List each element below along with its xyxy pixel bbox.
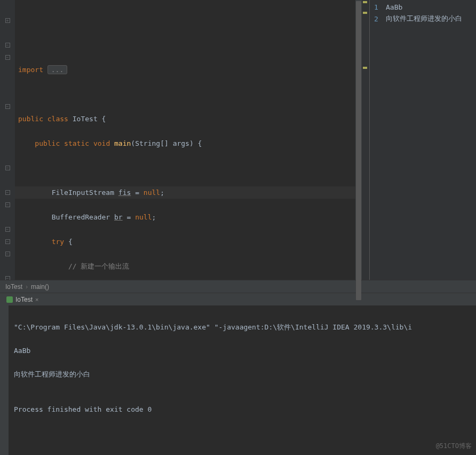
warning-marker[interactable] [363,1,367,3]
console-line: "C:\Program Files\Java\jdk-13.0.1\bin\ja… [14,321,471,333]
fold-minus-icon[interactable]: − [5,239,10,244]
breadcrumb: IoTest › main() [0,280,476,293]
fold-minus-icon[interactable]: − [5,104,10,109]
console-gutter [0,305,9,455]
breadcrumb-method[interactable]: main() [31,283,49,291]
chevron-right-icon: › [26,283,28,291]
fold-minus-icon[interactable]: − [5,227,10,232]
fold-minus-icon[interactable]: − [5,166,10,170]
editor-scrollbar[interactable] [355,0,362,280]
fold-minus-icon[interactable]: − [5,190,10,195]
row-number: 2 [374,15,380,23]
console-tab-bar: IoTest × [0,293,476,305]
fold-minus-icon[interactable]: − [5,202,10,207]
row-number: 1 [374,3,380,11]
console-line: AaBb [14,345,471,357]
editor-gutter: + − − − − − − − − − − − − − − − [0,0,15,280]
editor-area: + − − − − − − − − − − − − − − − import .… [0,0,476,280]
import-fold[interactable]: ... [47,65,67,74]
watermark: @51CTO博客 [436,440,472,452]
close-icon[interactable]: × [35,296,38,303]
right-panel: 1 AaBb 2 向软件工程师进发的小白 [369,0,476,280]
fold-minus-icon[interactable]: − [5,252,10,256]
fold-plus-icon[interactable]: + [5,18,10,23]
fold-minus-icon[interactable]: − [5,55,10,60]
warning-marker[interactable] [363,67,367,69]
console-tab-label: IoTest [15,296,33,303]
right-panel-row[interactable]: 1 AaBb [370,1,476,13]
row-text: AaBb [386,3,402,11]
console-line: Process finished with exit code 0 [14,404,471,415]
right-panel-row[interactable]: 2 向软件工程师进发的小白 [370,13,476,25]
run-config-icon [6,296,13,303]
marker-strip [362,0,369,280]
keyword: import [18,66,43,74]
console-output[interactable]: "C:\Program Files\Java\jdk-13.0.1\bin\ja… [9,305,476,455]
row-text: 向软件工程师进发的小白 [386,14,462,23]
console-line: 向软件工程师进发的小白 [14,368,471,380]
code-editor[interactable]: import ... public class IoTest { public … [15,0,355,280]
warning-marker[interactable] [363,12,367,14]
breadcrumb-class[interactable]: IoTest [5,283,22,291]
console-body: "C:\Program Files\Java\jdk-13.0.1\bin\ja… [0,305,476,455]
console-tab[interactable]: IoTest × [2,295,43,304]
fold-minus-icon[interactable]: − [5,43,10,48]
